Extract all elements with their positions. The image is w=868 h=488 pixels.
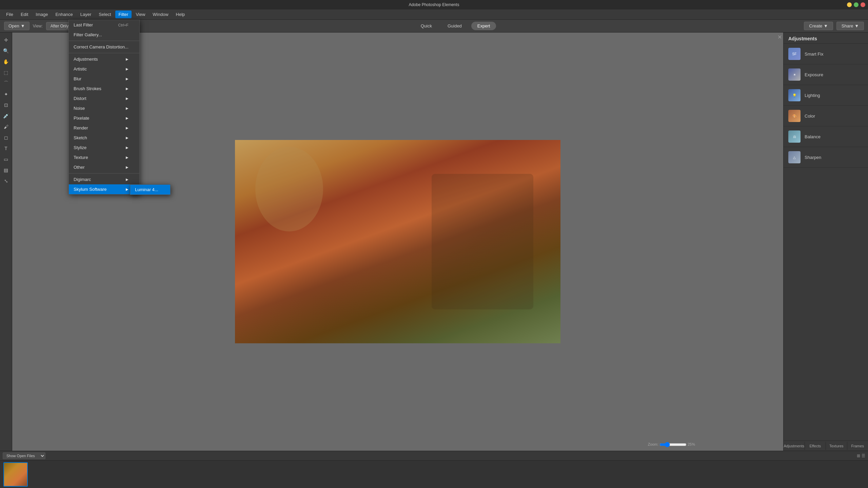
shape-tool[interactable]: ▭ xyxy=(1,155,11,164)
crop-tool[interactable]: ⊡ xyxy=(1,100,11,110)
skylum-arrow: ▶ xyxy=(126,187,129,191)
filmstrip-icons: ⊞ ☰ xyxy=(857,453,865,458)
lighting-label: Lighting xyxy=(805,93,820,98)
zoom-indicator: Zoom: 25% xyxy=(648,442,695,447)
balance-label: Balance xyxy=(805,134,821,139)
show-open-files-select[interactable]: Show Open Files Show All Files Show Rece… xyxy=(3,452,45,459)
maximize-button[interactable] xyxy=(854,2,859,7)
filter-digimarc[interactable]: Digimarc ▶ xyxy=(69,175,139,184)
artistic-label: Artistic xyxy=(74,66,87,72)
filter-gallery[interactable]: Filter Gallery... xyxy=(69,30,139,40)
create-button[interactable]: Create ▼ xyxy=(804,22,833,30)
filter-adjustments[interactable]: Adjustments ▶ xyxy=(69,54,139,64)
tab-guided[interactable]: Guided xyxy=(441,22,468,30)
eyedropper-tool[interactable]: 💉 xyxy=(1,111,11,121)
color-label: Color xyxy=(805,114,815,119)
digimarc-label: Digimarc xyxy=(74,177,91,182)
filter-sketch[interactable]: Sketch ▶ xyxy=(69,133,139,143)
filmstrip-thumb-0[interactable] xyxy=(3,462,28,487)
filter-skylum-software[interactable]: Skylum Software ▶ Luminar 4... xyxy=(69,184,139,194)
menu-edit[interactable]: Edit xyxy=(17,11,32,18)
title-bar: Adobe Photoshop Elements xyxy=(0,0,868,9)
tab-frames[interactable]: Frames xyxy=(847,442,868,450)
lighting-icon: 💡 xyxy=(788,89,801,101)
close-button[interactable] xyxy=(861,2,865,7)
menu-file[interactable]: File xyxy=(3,11,17,18)
luminar4-item[interactable]: Luminar 4... xyxy=(130,185,170,195)
open-button-label: Open xyxy=(8,23,19,28)
adjustments-label: Adjustments xyxy=(74,57,98,62)
transform-tool[interactable]: ⤡ xyxy=(1,176,11,186)
canvas-image xyxy=(235,140,560,343)
filter-brush-strokes[interactable]: Brush Strokes ▶ xyxy=(69,84,139,94)
minimize-button[interactable] xyxy=(847,2,852,7)
menu-layer[interactable]: Layer xyxy=(77,11,95,18)
adjustment-lighting[interactable]: 💡 Lighting xyxy=(784,85,868,106)
filter-pixelate[interactable]: Pixelate ▶ xyxy=(69,113,139,123)
filter-correct-camera[interactable]: Correct Camera Distortion... xyxy=(69,42,139,52)
smart-fix-icon: SF xyxy=(788,48,801,60)
adjustment-balance[interactable]: ⚖ Balance xyxy=(784,126,868,147)
filter-render[interactable]: Render ▶ xyxy=(69,123,139,133)
filter-artistic[interactable]: Artistic ▶ xyxy=(69,64,139,74)
tab-textures[interactable]: Textures xyxy=(826,442,847,450)
exposure-icon: ☀ xyxy=(788,68,801,81)
eraser-tool[interactable]: ◻ xyxy=(1,133,11,142)
hand-tool[interactable]: ✋ xyxy=(1,57,11,66)
skylum-label: Skylum Software xyxy=(74,187,107,192)
sharpen-label: Sharpen xyxy=(805,155,821,160)
adjustments-header: Adjustments xyxy=(784,33,868,44)
brush-strokes-arrow: ▶ xyxy=(126,87,129,90)
menu-filter[interactable]: Filter xyxy=(115,11,132,18)
menu-select[interactable]: Select xyxy=(95,11,114,18)
menu-enhance[interactable]: Enhance xyxy=(52,11,76,18)
filter-distort[interactable]: Distort ▶ xyxy=(69,94,139,103)
close-canvas-button[interactable]: ✕ xyxy=(777,34,782,40)
brush-tool[interactable]: 🖌 xyxy=(1,122,11,131)
filter-other[interactable]: Other ▶ xyxy=(69,162,139,172)
filter-noise[interactable]: Noise ▶ xyxy=(69,103,139,113)
text-tool[interactable]: T xyxy=(1,144,11,153)
menu-help[interactable]: Help xyxy=(173,11,189,18)
tab-quick[interactable]: Quick xyxy=(415,22,438,30)
tab-adjustments[interactable]: Adjustments xyxy=(784,442,805,450)
distort-label: Distort xyxy=(74,96,86,101)
selection-tool[interactable]: ⬚ xyxy=(1,68,11,77)
move-tool[interactable]: ✛ xyxy=(1,35,11,45)
sharpen-icon: △ xyxy=(788,151,801,163)
filmstrip-toolbar: Show Open Files Show All Files Show Rece… xyxy=(0,451,868,461)
exposure-label: Exposure xyxy=(805,72,823,77)
lasso-tool[interactable]: ⌒ xyxy=(1,79,11,88)
skylum-submenu: Luminar 4... xyxy=(130,184,171,195)
other-arrow: ▶ xyxy=(126,165,129,169)
menu-view[interactable]: View xyxy=(132,11,149,18)
menu-window[interactable]: Window xyxy=(149,11,172,18)
adjustment-exposure[interactable]: ☀ Exposure xyxy=(784,64,868,85)
render-arrow: ▶ xyxy=(126,126,129,130)
magic-wand-tool[interactable]: ✦ xyxy=(1,89,11,99)
noise-arrow: ▶ xyxy=(126,106,129,110)
zoom-slider[interactable] xyxy=(659,442,687,447)
share-button[interactable]: Share ▼ xyxy=(836,22,864,30)
blur-arrow: ▶ xyxy=(126,77,129,81)
tab-expert[interactable]: Expert xyxy=(471,22,496,30)
filmstrip-icon-grid[interactable]: ⊞ xyxy=(857,453,860,458)
filter-blur[interactable]: Blur ▶ xyxy=(69,74,139,84)
filmstrip-icon-list[interactable]: ☰ xyxy=(862,453,865,458)
filter-stylize[interactable]: Stylize ▶ xyxy=(69,143,139,152)
adjustment-sharpen[interactable]: △ Sharpen xyxy=(784,147,868,168)
filter-texture[interactable]: Texture ▶ xyxy=(69,152,139,162)
zoom-tool[interactable]: 🔍 xyxy=(1,46,11,56)
open-button[interactable]: Open ▼ xyxy=(4,22,29,30)
adjustment-color[interactable]: 🎨 Color xyxy=(784,106,868,126)
gradient-tool[interactable]: ▤ xyxy=(1,165,11,175)
filter-menu: Last Filter Ctrl+F Filter Gallery... Cor… xyxy=(68,20,140,195)
tab-effects[interactable]: Effects xyxy=(805,442,826,450)
view-label: View: xyxy=(33,24,43,28)
menu-image[interactable]: Image xyxy=(32,11,51,18)
smart-fix-label: Smart Fix xyxy=(805,52,824,57)
stylize-label: Stylize xyxy=(74,145,86,150)
other-label: Other xyxy=(74,165,85,170)
filter-last-filter[interactable]: Last Filter Ctrl+F xyxy=(69,20,139,30)
adjustment-smart-fix[interactable]: SF Smart Fix xyxy=(784,44,868,64)
